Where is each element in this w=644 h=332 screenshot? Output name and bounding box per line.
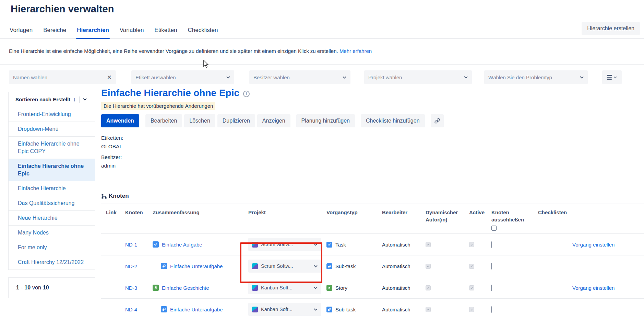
chevron-down-icon	[343, 76, 346, 79]
sidebar-item-einfache-hierarchie-ohne-epic-copy[interactable]: Einfache Hierarchie ohne Epic COPY	[9, 137, 95, 159]
show-button[interactable]: Anzeigen	[257, 114, 290, 127]
node-key-link[interactable]: ND-4	[125, 307, 137, 312]
col-knoten-ausschliessen-label: Knoten ausschließen	[491, 209, 538, 223]
project-dropdown[interactable]: Kanban Soft...	[248, 303, 321, 316]
project-dropdown[interactable]: Scrum Softw...	[248, 238, 321, 251]
filter-menu-button[interactable]	[602, 70, 622, 84]
dynamic-author-checkbox	[426, 242, 431, 247]
col-bearbeiter: Bearbeiter	[382, 209, 426, 216]
duplicate-button[interactable]: Duplizieren	[217, 114, 255, 127]
table-row: ND-2 Einfache Unteraufgabe Scrum Softw..…	[101, 255, 644, 277]
issuetype-filter-select[interactable]: Wählen Sie den Problemtyp	[484, 70, 588, 84]
chevron-down-icon	[314, 287, 318, 289]
edit-button[interactable]: Bearbeiten	[145, 114, 182, 127]
active-checkbox	[469, 264, 474, 269]
subtask-icon	[326, 307, 332, 312]
delete-button[interactable]: Löschen	[184, 114, 215, 127]
chevron-down-icon	[314, 243, 318, 246]
labels-value: GLOBAL	[101, 142, 644, 151]
node-key-link[interactable]: ND-1	[125, 242, 137, 248]
name-filter-input[interactable]	[13, 75, 99, 80]
summary-cell: Einfache Unteraufgabe	[161, 263, 248, 269]
hierarchy-detail: Einfache Hierarchie ohne Epic i Die Hier…	[101, 88, 644, 320]
node-summary-link[interactable]: Einfache Unteraufgabe	[170, 263, 223, 269]
owner-label: Besitzer:	[101, 153, 644, 161]
action-buttons: Anwenden Bearbeiten Löschen Duplizieren …	[101, 114, 644, 127]
node-summary-link[interactable]: Einfache Geschichte	[162, 285, 209, 291]
link-icon	[434, 118, 440, 124]
chevron-down-icon	[314, 265, 318, 267]
sidebar-item-for-me-only[interactable]: For me only	[9, 240, 95, 255]
sort-direction-icon[interactable]: ↓	[73, 96, 76, 103]
apply-button[interactable]: Anwenden	[101, 114, 139, 127]
info-icon[interactable]: i	[243, 91, 250, 97]
copy-link-button[interactable]	[431, 114, 444, 127]
tab-bereiche[interactable]: Bereiche	[43, 25, 67, 38]
dynamic-author-checkbox	[426, 307, 431, 312]
node-summary-link[interactable]: Einfache Unteraufgabe	[170, 307, 223, 312]
exclude-node-checkbox[interactable]	[491, 306, 492, 313]
sort-control[interactable]: Sortieren nach Erstellt ↓	[9, 92, 95, 107]
project-avatar	[252, 263, 258, 269]
tab-hierarchien[interactable]: Hierarchien	[76, 25, 110, 38]
sidebar-item-einfache-hierarchie-ohne-epic[interactable]: Einfache Hierarchie ohne Epic	[9, 159, 95, 181]
exclude-all-checkbox[interactable]	[491, 226, 497, 231]
active-checkbox	[469, 307, 474, 312]
nodes-section-header: Knoten	[101, 193, 644, 199]
owner-value: admin	[101, 161, 644, 170]
tab-etiketten[interactable]: Etiketten	[154, 25, 178, 38]
clear-name-icon[interactable]: ✕	[107, 74, 112, 81]
sidebar-item-neue-hierarchie[interactable]: Neue Hierarchie	[9, 211, 95, 226]
sidebar-item-many-nodes[interactable]: Many Nodes	[9, 226, 95, 240]
learn-more-link[interactable]: Mehr erfahren	[339, 48, 372, 54]
active-checkbox	[469, 285, 474, 290]
owner-filter-select[interactable]: Besitzer wählen	[249, 70, 350, 84]
project-avatar	[252, 242, 258, 248]
pagination-dash: -	[21, 285, 23, 291]
project-filter-select[interactable]: Projekt wählen	[364, 70, 472, 84]
separator	[79, 96, 80, 103]
add-plan-button[interactable]: Planung hinzufügen	[296, 114, 355, 127]
subtask-icon	[161, 306, 167, 312]
node-summary-link[interactable]: Einfache Aufgabe	[162, 242, 202, 248]
issuetype-cell: Task	[326, 242, 382, 248]
project-dropdown[interactable]: Scrum Softw...	[248, 260, 321, 273]
exclude-node-checkbox[interactable]	[491, 263, 492, 270]
assignee-cell: Automatisch	[382, 242, 426, 248]
sidebar-item-dropdown-menu[interactable]: Dropdown-Menü	[9, 122, 95, 137]
tab-checklisten[interactable]: Checklisten	[187, 25, 219, 38]
tab-vorlagen[interactable]: Vorlagen	[9, 25, 33, 38]
create-hierarchy-button[interactable]: Hierarchie erstellen	[582, 22, 640, 35]
pagination-of-label: von	[32, 285, 41, 291]
name-filter[interactable]: ✕	[9, 70, 116, 84]
hierarchy-sidebar: Sortieren nach Erstellt ↓ Frontend-Entwi…	[8, 92, 95, 298]
table-row: ND-3 Einfache Geschichte Kanban Soft... …	[101, 277, 644, 299]
owner-filter-value: Besitzer wählen	[253, 75, 290, 80]
exclude-node-checkbox[interactable]	[491, 241, 492, 248]
intro-description: Eine Hierarchie ist eine einfache Möglic…	[9, 48, 338, 54]
pagination: 1 - 10 von 10	[8, 277, 95, 298]
project-filter-value: Projekt wählen	[368, 75, 402, 80]
tab-variablen[interactable]: Variablen	[119, 25, 145, 38]
label-filter-select[interactable]: Etikett auswählen	[131, 70, 234, 84]
issuetype-cell: Story	[326, 285, 382, 291]
set-issue-link[interactable]: Vorgang einstellen	[572, 285, 615, 291]
task-icon	[153, 241, 159, 248]
chevron-down-icon	[314, 308, 318, 311]
sidebar-item-craft-hierarchy[interactable]: Craft Hierarchy 12/21/2022	[9, 255, 95, 270]
project-value: Scrum Softw...	[261, 242, 293, 247]
node-key-link[interactable]: ND-3	[125, 285, 137, 291]
add-checklist-button[interactable]: Checkliste hinzufügen	[361, 114, 425, 127]
project-dropdown[interactable]: Kanban Soft...	[248, 281, 321, 294]
sidebar-item-einfache-hierarchie[interactable]: Einfache Hierarchie	[9, 181, 95, 196]
chevron-down-icon[interactable]	[83, 98, 87, 101]
project-value: Kanban Soft...	[261, 285, 293, 290]
sidebar-item-das-qualitaetssicherung[interactable]: Das Qualitätssicherung	[9, 196, 95, 211]
dynamic-author-checkbox	[426, 264, 431, 269]
set-issue-link[interactable]: Vorgang einstellen	[572, 242, 615, 248]
issuetype-label: Sub-task	[335, 307, 356, 312]
exclude-node-checkbox[interactable]	[491, 285, 492, 291]
node-key-link[interactable]: ND-2	[125, 263, 137, 269]
sidebar-item-frontend-entwicklung[interactable]: Frontend-Entwicklung	[9, 107, 95, 122]
project-value: Kanban Soft...	[261, 307, 293, 312]
